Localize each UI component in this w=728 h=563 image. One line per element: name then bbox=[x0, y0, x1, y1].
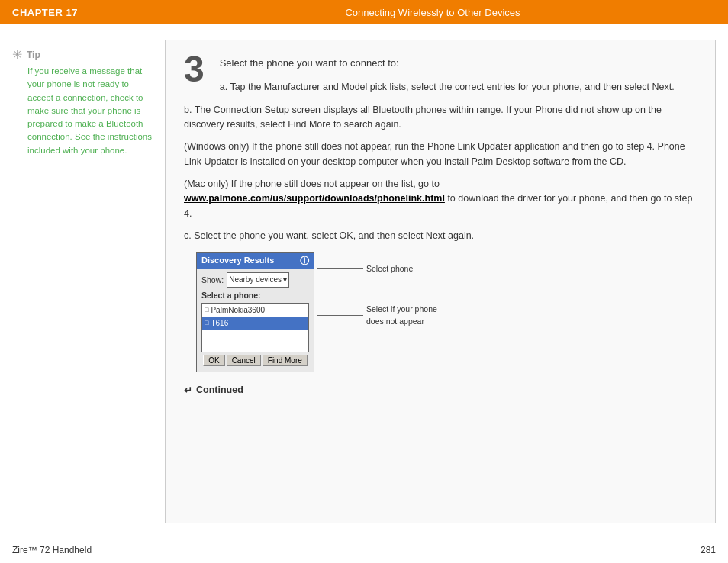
step-item-b-text: The Connection Setup screen displays all… bbox=[184, 105, 662, 130]
para-mac-link[interactable]: www.palmone.com/us/support/downloads/pho… bbox=[184, 193, 445, 204]
para-mac: (Mac only) If the phone still does not a… bbox=[184, 177, 697, 221]
step-number: 3 bbox=[184, 51, 205, 88]
chapter-label: CHAPTER 17 bbox=[12, 7, 150, 18]
callout-line-2 bbox=[317, 315, 363, 316]
list-item-t616[interactable]: □ T616 bbox=[202, 317, 308, 330]
callouts: Select phone Select if your phonedoes no… bbox=[317, 252, 437, 328]
phone-icon-t616: □ bbox=[205, 318, 208, 329]
tip-label: Tip bbox=[27, 50, 40, 60]
discovery-dialog[interactable]: Discovery Results ⓘ Show: Nearby devices… bbox=[196, 252, 314, 372]
tip-header: ✳ Tip bbox=[12, 47, 157, 62]
callout-text-1: Select phone bbox=[366, 262, 413, 275]
callout-line-1 bbox=[317, 268, 363, 269]
step-content: Select the phone you want to connect to:… bbox=[184, 56, 697, 398]
footer-page-number: 281 bbox=[701, 545, 716, 555]
step-item-b-letter: b. bbox=[184, 105, 195, 115]
content-card: 3 Select the phone you want to connect t… bbox=[165, 40, 716, 523]
callout-text-2: Select if your phonedoes not appear bbox=[366, 303, 437, 328]
phone-name-t616: T616 bbox=[211, 317, 228, 330]
dialog-title: Discovery Results bbox=[201, 254, 274, 267]
dialog-title-bar: Discovery Results ⓘ bbox=[197, 253, 314, 270]
discovery-container: Discovery Results ⓘ Show: Nearby devices… bbox=[196, 252, 697, 372]
continued-label: ↵ Continued bbox=[184, 383, 697, 398]
dropdown-arrow-icon: ▾ bbox=[283, 274, 287, 286]
phone-icon-nokia: □ bbox=[205, 305, 208, 316]
dialog-ok-button[interactable]: OK bbox=[203, 355, 224, 366]
dialog-show-label: Show: bbox=[201, 274, 224, 286]
dialog-findmore-button[interactable]: Find More bbox=[263, 355, 308, 366]
phone-name-nokia: PalmNokia3600 bbox=[211, 304, 265, 317]
sidebar-tip: ✳ Tip If you receive a message that your… bbox=[12, 40, 165, 523]
dialog-buttons: OK Cancel Find More bbox=[201, 352, 309, 368]
page-footer: Zire™ 72 Handheld 281 bbox=[0, 536, 728, 563]
callout-not-appear: Select if your phonedoes not appear bbox=[317, 303, 437, 328]
step-item-a-letter: a. bbox=[220, 82, 230, 92]
step-item-b: b. The Connection Setup screen displays … bbox=[184, 103, 697, 133]
step-item-c-letter: c. bbox=[184, 230, 194, 241]
step-intro: Select the phone you want to connect to: bbox=[184, 56, 697, 71]
dialog-show-value: Nearby devices bbox=[229, 274, 282, 286]
dialog-body: Show: Nearby devices ▾ Select a phone: □ bbox=[197, 269, 314, 372]
dialog-cancel-button[interactable]: Cancel bbox=[227, 355, 261, 366]
para-windows: (Windows only) If the phone still does n… bbox=[184, 140, 697, 169]
dialog-show-row: Show: Nearby devices ▾ bbox=[201, 272, 309, 288]
dialog-select-label: Select a phone: bbox=[201, 289, 309, 301]
main-content: ✳ Tip If you receive a message that your… bbox=[0, 24, 728, 536]
para-mac-prefix: (Mac only) If the phone still does not a… bbox=[184, 179, 440, 189]
footer-product: Zire™ 72 Handheld bbox=[12, 545, 92, 555]
page-header: CHAPTER 17 Connecting Wirelessly to Othe… bbox=[0, 0, 728, 24]
step-item-c: c. Select the phone you want, select OK,… bbox=[184, 229, 697, 243]
step-item-a-text: Tap the Manufacturer and Model pick list… bbox=[230, 82, 674, 92]
tip-star-icon: ✳ bbox=[12, 47, 22, 62]
dialog-show-dropdown[interactable]: Nearby devices ▾ bbox=[227, 272, 289, 288]
tip-text: If you receive a message that your phone… bbox=[12, 65, 157, 157]
chapter-title: Connecting Wirelessly to Other Devices bbox=[150, 7, 716, 18]
step-item-c-text: Select the phone you want, select OK, an… bbox=[194, 230, 474, 241]
dialog-info-icon[interactable]: ⓘ bbox=[300, 254, 309, 269]
product-name: Zire™ 72 Handheld bbox=[12, 545, 92, 555]
continued-text: Continued bbox=[196, 383, 243, 397]
dialog-phone-list[interactable]: □ PalmNokia3600 □ T616 bbox=[201, 303, 309, 352]
step-item-a: a. Tap the Manufacturer and Model pick l… bbox=[184, 80, 697, 95]
continued-arrow-icon: ↵ bbox=[184, 383, 192, 398]
list-item-nokia[interactable]: □ PalmNokia3600 bbox=[202, 304, 308, 317]
callout-select-phone: Select phone bbox=[317, 262, 437, 275]
